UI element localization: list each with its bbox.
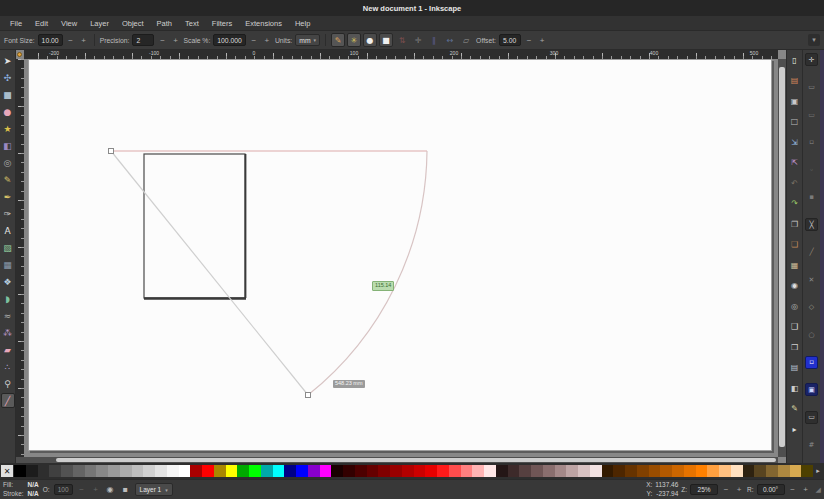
palette-swatch[interactable] [343, 465, 355, 477]
palette-swatch[interactable] [26, 465, 38, 477]
group-icon[interactable]: ❑ [789, 321, 801, 333]
gradient-tool[interactable]: ▧ [1, 240, 15, 255]
menu-item[interactable]: View [55, 18, 83, 29]
palette-swatch[interactable] [190, 465, 202, 477]
palette-swatch[interactable] [143, 465, 155, 477]
spray-tool[interactable]: ⁂ [1, 325, 15, 340]
ellipse-tool[interactable]: ● [1, 104, 15, 119]
snap-bbox-edges-icon[interactable]: ▭ [805, 108, 818, 121]
rotation-decrement-button[interactable]: − [788, 485, 798, 494]
palette-swatch[interactable] [555, 465, 567, 477]
rectangle-tool[interactable]: ■ [1, 87, 15, 102]
snap-bbox-corners-icon[interactable]: ▫ [805, 136, 818, 149]
snap-smooth-nodes-icon[interactable]: ○ [805, 328, 818, 341]
menu-item[interactable]: Path [151, 18, 178, 29]
document-page[interactable]: 115.14 548.23 mm [28, 59, 772, 451]
palette-swatch[interactable] [719, 465, 731, 477]
tweak-tool[interactable]: ≈ [1, 308, 15, 323]
palette-swatch[interactable] [237, 465, 249, 477]
snap-midpoints-toggle[interactable]: ▫ [805, 356, 818, 369]
window-resize-grip[interactable]: ◢ [816, 486, 821, 494]
palette-swatch[interactable] [167, 465, 179, 477]
palette-swatch[interactable] [543, 465, 555, 477]
palette-swatch[interactable] [461, 465, 473, 477]
zoom-input[interactable]: 25% [690, 484, 718, 495]
rotation-increment-button[interactable]: + [801, 485, 811, 494]
palette-swatch[interactable] [790, 465, 802, 477]
palette-scroll-right-button[interactable]: ▸ [813, 467, 823, 475]
vertical-ruler[interactable] [16, 59, 24, 457]
drawn-rectangle[interactable] [144, 154, 245, 298]
node-tool[interactable]: ✣ [1, 70, 15, 85]
horizontal-scrollbar-thumb[interactable] [56, 458, 776, 462]
fill-stroke-indicator[interactable]: Fill: N/A Stroke: N/A [3, 481, 39, 497]
precision-decrement-button[interactable]: − [157, 36, 167, 45]
scale-increment-button[interactable]: + [262, 36, 272, 45]
palette-swatch[interactable] [96, 465, 108, 477]
layers-dialog-icon[interactable]: ▤ [789, 362, 801, 374]
palette-swatch[interactable] [425, 465, 437, 477]
offset-input[interactable]: 5.00 [499, 34, 521, 46]
palette-swatch[interactable] [649, 465, 661, 477]
palette-swatch[interactable] [766, 465, 778, 477]
fill-stroke-dialog-icon[interactable]: ◧ [789, 382, 801, 394]
palette-swatch[interactable] [261, 465, 273, 477]
show-hidden-intersections-toggle[interactable]: ✳ [347, 33, 361, 47]
paint-bucket-tool[interactable]: ◗ [1, 291, 15, 306]
menu-item[interactable]: Extensions [239, 18, 288, 29]
measure-line[interactable] [111, 151, 308, 395]
snap-bbox-centers-icon[interactable]: ▪ [805, 191, 818, 204]
snap-bbox-icon[interactable]: ▭ [805, 81, 818, 94]
palette-swatch[interactable] [202, 465, 214, 477]
palette-swatch[interactable] [566, 465, 578, 477]
dropper-tool[interactable]: ❖ [1, 274, 15, 289]
save-icon[interactable]: ▣ [789, 95, 801, 107]
palette-swatch[interactable] [449, 465, 461, 477]
palette-swatch[interactable] [801, 465, 813, 477]
connector-tool[interactable]: ∴ [1, 359, 15, 374]
scale-input[interactable]: 100.000 [213, 34, 246, 46]
palette-swatch[interactable] [508, 465, 520, 477]
selector-tool[interactable]: ➤ [1, 53, 15, 68]
palette-swatch[interactable] [414, 465, 426, 477]
menu-item[interactable]: Edit [29, 18, 54, 29]
print-icon[interactable]: □ [789, 116, 801, 128]
palette-swatch[interactable] [73, 465, 85, 477]
opacity-input[interactable]: 100 [54, 484, 73, 495]
palette-swatch[interactable] [320, 465, 332, 477]
snap-grids-icon[interactable]: # [805, 438, 818, 451]
palette-swatch[interactable] [367, 465, 379, 477]
rotation-input[interactable]: 0.00° [757, 484, 785, 495]
zoom-decrement-button[interactable]: − [721, 485, 731, 494]
convert-to-item-button[interactable]: ▱ [459, 33, 473, 47]
phantom-measure-button[interactable]: ✛ [411, 33, 425, 47]
palette-swatch[interactable] [590, 465, 602, 477]
menu-item[interactable]: Help [289, 18, 316, 29]
snap-bbox-midpoints-icon[interactable]: ◦ [805, 163, 818, 176]
palette-swatch[interactable] [331, 465, 343, 477]
palette-swatch[interactable] [707, 465, 719, 477]
horizontal-ruler[interactable]: -200-1000100200300400500 [24, 50, 778, 59]
palette-swatch[interactable] [355, 465, 367, 477]
palette-swatch[interactable] [625, 465, 637, 477]
copy-icon[interactable]: ❐ [789, 218, 801, 230]
export-icon[interactable]: ⇱ [789, 157, 801, 169]
font-size-input[interactable]: 10.00 [38, 34, 63, 46]
snap-page-border-toggle[interactable]: ▭ [805, 411, 818, 424]
palette-swatch[interactable] [613, 465, 625, 477]
pen-tool[interactable]: ✒ [1, 189, 15, 204]
palette-swatch[interactable] [214, 465, 226, 477]
vertical-scrollbar[interactable] [778, 59, 786, 457]
precision-input[interactable]: 2 [132, 34, 154, 46]
palette-swatch[interactable] [778, 465, 790, 477]
palette-swatch[interactable] [14, 465, 26, 477]
measure-end-node[interactable] [306, 393, 311, 398]
measure-only-selected-toggle[interactable]: ✎ [331, 33, 345, 47]
zoom-tool[interactable]: ⚲ [1, 376, 15, 391]
open-document-icon[interactable]: ▤ [789, 75, 801, 87]
palette-swatch[interactable] [484, 465, 496, 477]
to-guides-button[interactable]: ∥ [427, 33, 441, 47]
text-dialog-icon[interactable]: ✎ [789, 403, 801, 415]
units-dropdown[interactable]: mm ▾ [295, 34, 320, 46]
menu-item[interactable]: File [4, 18, 28, 29]
